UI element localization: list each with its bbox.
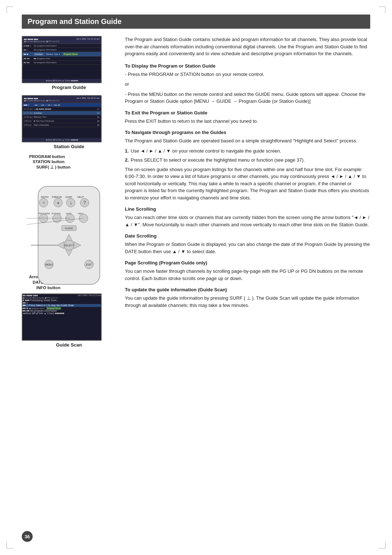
gs-row-4: ■■-■ ■■ program three Program Tori ●	[23, 307, 101, 309]
guide-scan-screen: ■■ ■■■■ ■■■ Jun 1 2001, Thu 11:11 am ▣Fu…	[22, 293, 102, 341]
section-line-scrolling: Line Scrolling You can reach other time …	[125, 206, 370, 228]
surf-button-label: SURF( ⊥ ) button	[36, 165, 70, 170]
station-row-2: 11:17 am Gundam ■ ▪	[23, 111, 101, 115]
date-scrolling-text: When the Program or Station Guide is dis…	[125, 241, 370, 255]
svg-text:⊓: ⊓	[43, 202, 45, 204]
program-row-1: ■ ■■■ 1 No program information	[23, 44, 101, 48]
screen-header-station: ■■ ■■■■ ■■■ Jun 1 2001, Thu 10:17 am ▣Fu…	[23, 96, 101, 103]
guide-scan-label: Guide Scan	[22, 342, 116, 348]
station-guide-screen: ■■ ■■■■ ■■■ Jun 1 2001, Thu 10:17 am ▣Fu…	[22, 95, 102, 142]
section-display-guide: To Display the Program or Station Guide …	[125, 63, 370, 105]
gs-row-3: ■■-1 Press Select (↵) to stop the Guide …	[23, 304, 101, 307]
svg-text:EXIT: EXIT	[86, 263, 92, 266]
navigate-step2: 2. Press SELECT to select or execute the…	[125, 157, 370, 164]
svg-text:SELECT: SELECT	[64, 244, 74, 247]
station-row-header: ■■■ 1 | ■■-1 | ■■-1 | ■■-2 | ■■-■■	[23, 103, 101, 107]
svg-text:FREEZE: FREEZE	[52, 196, 62, 198]
navigate-intro: The Program and Station Guide are operat…	[125, 137, 370, 145]
left-column: ■■ ■■■■ ■■■ Jun 1 2001, Thu 11:11 am ▣Fu…	[22, 36, 116, 353]
page-scrolling-text: You can move faster through channels by …	[125, 268, 370, 282]
station-guide-label: Station Guide	[22, 144, 116, 149]
section-guide-scan: To update the guide information (Guide S…	[125, 287, 370, 309]
svg-text:MENU: MENU	[45, 263, 53, 266]
station-row-4: 1:00 pm ■ Tom from Denmark ■ ▪	[23, 119, 101, 123]
navigate-step1: 1. Use ◄ / ► / ▲ / ▼ on your remote cont…	[125, 147, 370, 155]
station-row-3: 12:00 pm Biketeer Tom ■ ▪	[23, 115, 101, 119]
svg-text:❄: ❄	[57, 202, 60, 205]
exit-guide-text: Press the EXIT button to return to the l…	[125, 118, 370, 125]
remote-section: PROGRAM button STATION button SURF( ⊥ ) …	[22, 154, 116, 290]
svg-text:SURF: SURF	[65, 196, 72, 198]
date-scrolling-heading: Date Scrolling	[125, 233, 370, 239]
section-page-scrolling: Page Scrolling (Program Guide only) You …	[125, 260, 370, 282]
display-guide-or: or	[125, 81, 370, 88]
exit-guide-heading: To Exit the Program or Station Guide	[125, 110, 370, 116]
program-row-5: ■■-■■ No program information	[23, 61, 101, 65]
section-navigate: To Navigate through programs on the Guid…	[125, 130, 370, 201]
display-guide-item1: - Press the PROGRAM or STATION button on…	[125, 71, 370, 78]
program-guide-screen: ■■ ■■■■ ■■■ Jun 1 2001, Thu 11:11 am ▣Fu…	[22, 36, 102, 83]
screen-header-program: ■■ ■■■■ ■■■ Jun 1 2001, Thu 11:11 am ▣Fu…	[23, 37, 101, 44]
gs-row-1: ■ ■■■ Processing Guide Scan...	[23, 299, 101, 301]
program-screen-footer: ◄Move ⊞Full Info ▲ 3 from ■■■■■■	[23, 79, 101, 82]
remote-control-diagram: RATIO FREEZE SURF HELP ⊓ ❄ ⊥	[27, 172, 114, 289]
page-title: Program and Station Guide	[22, 15, 370, 29]
program-button-label: PROGRAM button	[29, 154, 65, 159]
page-scrolling-heading: Page Scrolling (Program Guide only)	[125, 260, 370, 266]
svg-text:RATIO: RATIO	[41, 196, 49, 198]
svg-text:?: ?	[83, 200, 86, 205]
svg-text:⊥: ⊥	[69, 201, 73, 205]
guide-scan-text: You can update the guide information by …	[125, 295, 370, 309]
program-row-3: ■■-■ Gundam Biketeer Type ● Program Tom …	[23, 52, 101, 57]
guide-scan-footer: ◄Move ⊞Full Info ▲ 3 from ■■■■■■	[23, 312, 101, 315]
line-scrolling-heading: Line Scrolling	[125, 206, 370, 212]
line-scrolling-text: You can reach other time slots or channe…	[125, 214, 370, 228]
guide-scan-header: ■■ ■■■■ ■■■ Jun 1 2001, Thu 11:11 am ▣Fu…	[23, 294, 101, 299]
page-number-badge: 36	[22, 531, 33, 542]
gs-row-2: ■■-1	[23, 301, 101, 304]
svg-text:GUIDE: GUIDE	[65, 227, 73, 230]
navigate-heading: To Navigate through programs on the Guid…	[125, 130, 370, 135]
navigate-detail: The on-screen guide shows you program li…	[125, 166, 370, 202]
program-row-2: ■■-1 No program information	[23, 48, 101, 52]
display-guide-item2: - Press the MENU button on the remote co…	[125, 91, 370, 105]
gs-row-5: ■■-■■ No program information	[23, 309, 101, 312]
station-screen-footer: ◄Move ⊞Full Info ▲ 3 from ■■■■■■	[23, 138, 101, 142]
display-guide-heading: To Display the Program or Station Guide	[125, 63, 370, 69]
station-row-5: 2:00 pm Maro Haasades ■ ▪	[23, 123, 101, 127]
right-column: The Program and Station Guide contains s…	[125, 36, 370, 312]
section-exit-guide: To Exit the Program or Station Guide Pre…	[125, 110, 370, 125]
section-date-scrolling: Date Scrolling When the Program or Stati…	[125, 233, 370, 255]
guide-scan-heading: To update the guide information (Guide S…	[125, 287, 370, 292]
svg-text:HELP: HELP	[77, 196, 84, 198]
program-guide-label: Program Guide	[22, 85, 116, 90]
station-button-label: STATION button	[33, 159, 65, 164]
station-row-1: 11:17 am = ■■ ■■■■ ■■■■■ ■ ▪	[23, 107, 101, 111]
intro-paragraph: The Program and Station Guide contains s…	[125, 36, 370, 57]
program-row-4: ■■-■■ ■■ program lines	[23, 57, 101, 61]
